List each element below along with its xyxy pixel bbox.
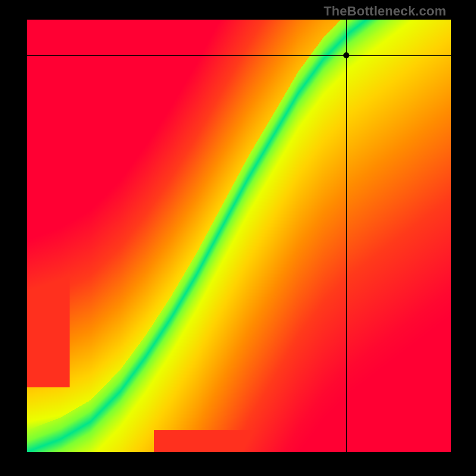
chart-frame: TheBottleneck.com — [0, 0, 476, 476]
heatmap-canvas — [27, 20, 451, 452]
plot-area[interactable] — [27, 20, 451, 452]
watermark-text: TheBottleneck.com — [324, 4, 446, 19]
